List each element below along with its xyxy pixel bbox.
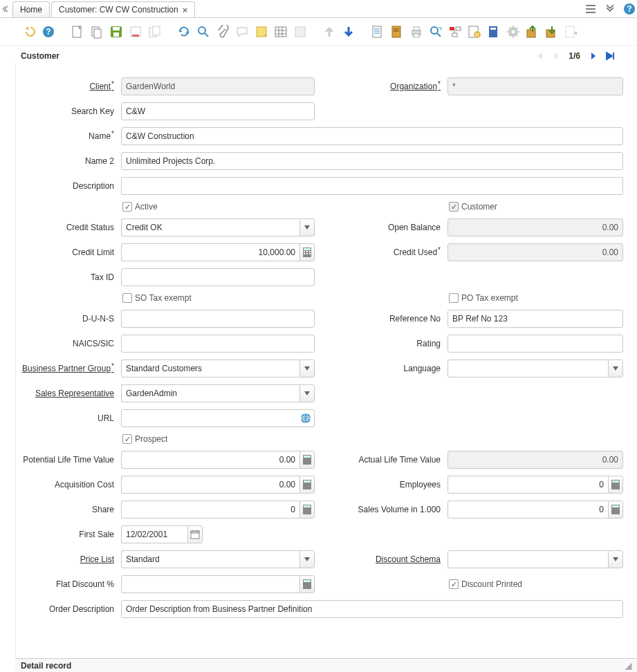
flat-discount-input[interactable] [121,575,315,593]
next-record-icon[interactable] [587,50,600,62]
tax-id-input[interactable] [121,268,315,286]
language-select[interactable] [447,360,623,377]
bp-group-select[interactable]: Standard Customers [121,360,315,377]
credit-status-select[interactable]: Credit OK [121,218,315,236]
last-record-icon[interactable] [604,50,616,62]
dropdown-icon[interactable] [299,360,315,377]
calculator-icon[interactable] [608,476,623,494]
share-input[interactable]: 0 [121,501,315,519]
tab-customer[interactable]: Customer: CW CW Construction × [51,1,195,17]
export-icon[interactable] [524,24,541,40]
dropdown-icon[interactable] [299,218,315,236]
search-key-input[interactable]: C&W [121,102,315,120]
archive-icon[interactable] [389,24,405,40]
so-tax-exempt-checkbox[interactable] [122,293,132,303]
refresh-icon[interactable] [176,24,192,40]
copy-icon[interactable] [89,24,105,40]
name2-input[interactable]: Unlimited Projects Corp. [121,152,623,170]
url-input[interactable] [121,409,315,427]
calculator-icon[interactable] [299,575,315,593]
dropdown-icon[interactable] [299,384,315,402]
resize-grip-icon[interactable]: ◢ [625,661,631,671]
naics-input[interactable] [121,335,315,353]
svg-rect-50 [304,251,305,252]
share-label: Share [20,505,117,514]
duns-input[interactable] [121,310,315,328]
reference-no-input[interactable]: BP Ref No 123 [447,310,623,328]
svg-rect-63 [304,480,311,483]
menu-icon[interactable] [584,3,597,15]
sales-rep-label[interactable]: Sales Representative [20,389,117,398]
find-icon[interactable] [195,24,212,40]
sales-rep-select[interactable]: GardenAdmin [121,384,315,402]
organization-label[interactable]: Organization [319,82,443,91]
import-icon[interactable] [544,24,560,40]
svg-rect-53 [304,253,305,254]
potential-ltv-label: Potential Life Time Value [20,455,117,465]
order-desc-input[interactable]: Order Description from Business Partner … [121,600,623,618]
help-icon[interactable]: ? [623,3,636,15]
print-icon[interactable] [408,24,425,40]
sales-volume-input[interactable]: 0 [447,501,623,519]
client-label[interactable]: Client [20,82,117,91]
active-checkbox[interactable] [122,202,132,212]
chat-icon[interactable] [234,24,250,40]
collapse-icon[interactable] [604,3,616,15]
po-tax-exempt-checkbox[interactable] [449,293,459,303]
note-icon[interactable] [253,24,270,40]
calculator-icon[interactable] [299,476,315,494]
calculator-icon[interactable] [608,501,623,519]
credit-used-field: 0.00 [447,243,623,261]
tab-home[interactable]: Home [12,1,50,17]
rating-input[interactable] [447,335,623,353]
name-input[interactable]: C&W Construction [121,127,623,145]
product-info-icon[interactable] [486,24,502,40]
detail-record-icon[interactable] [340,24,357,40]
first-sale-label: First Sale [20,530,117,539]
close-tab-icon[interactable]: × [183,5,188,15]
csv-import-icon[interactable] [563,24,580,40]
discount-schema-select[interactable] [447,550,623,568]
globe-icon[interactable] [300,413,311,424]
calculator-icon[interactable] [299,501,315,519]
delete-selection-icon[interactable] [147,24,163,40]
customize-icon[interactable] [292,24,308,40]
svg-rect-27 [392,26,400,37]
discount-printed-checkbox[interactable] [449,579,459,589]
price-list-label[interactable]: Price List [20,554,117,564]
active-workflow-icon[interactable] [447,24,463,40]
prospect-checkbox[interactable] [122,434,132,444]
first-sale-input[interactable]: 12/02/2001 [121,525,203,543]
search-key-label: Search Key [20,106,117,116]
description-input[interactable] [121,177,623,195]
save-icon[interactable] [108,24,124,40]
price-list-select[interactable]: Standard [121,550,315,568]
calculator-icon[interactable] [299,451,315,469]
credit-used-label: Credit Used [319,248,443,257]
dropdown-icon[interactable] [608,360,623,377]
report-icon[interactable] [369,24,386,40]
credit-limit-input[interactable]: 10,000.00 [121,243,315,261]
bp-group-label[interactable]: Business Partner Group [20,364,117,373]
acq-cost-input[interactable]: 0.00 [121,476,315,494]
new-icon[interactable] [69,24,86,40]
request-icon[interactable]: R [466,24,483,40]
undo-icon[interactable] [21,24,37,40]
calculator-icon[interactable] [299,243,315,261]
dropdown-icon[interactable] [608,550,623,568]
help-toolbar-icon[interactable]: ? [40,24,57,40]
discount-schema-label[interactable]: Discount Schema [319,554,443,564]
order-desc-label: Order Description [20,604,117,614]
expand-tabs-icon[interactable] [0,0,12,17]
calendar-icon[interactable] [187,525,203,543]
attachment-icon[interactable] [214,24,231,40]
employees-input[interactable]: 0 [447,476,623,494]
parent-record-icon[interactable] [321,24,338,40]
potential-ltv-input[interactable]: 0.00 [121,451,315,469]
dropdown-icon[interactable] [299,550,315,568]
svg-rect-71 [191,531,199,533]
delete-icon[interactable] [127,24,144,40]
zoom-across-icon[interactable] [427,24,444,40]
grid-toggle-icon[interactable] [273,24,289,40]
process-icon[interactable] [505,24,521,40]
